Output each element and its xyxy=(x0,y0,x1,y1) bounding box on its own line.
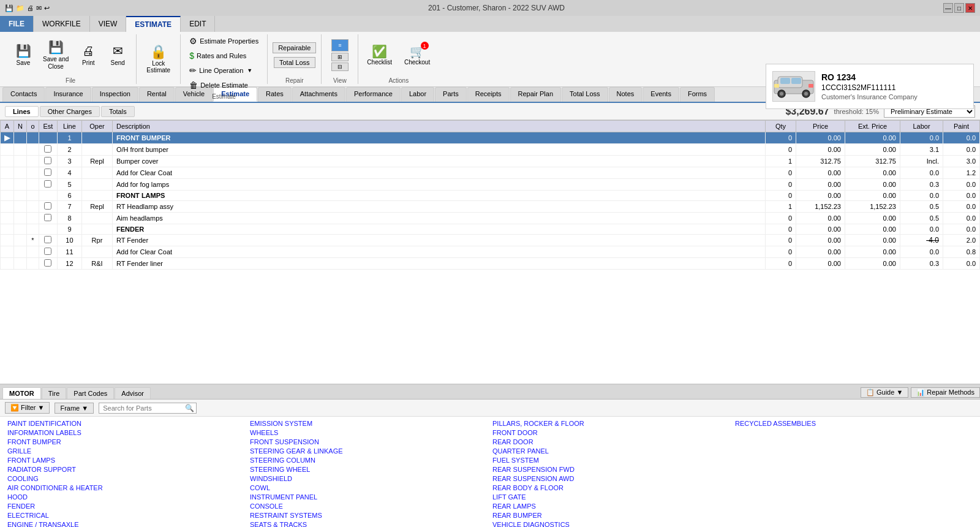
sub-tab-other-charges[interactable]: Other Charges xyxy=(40,106,100,117)
nav-tab-inspection[interactable]: Inspection xyxy=(92,87,138,102)
nav-tab-total-loss[interactable]: Total Loss xyxy=(562,87,608,102)
parts-category[interactable]: REAR SUSPENSION AWD xyxy=(490,474,733,483)
parts-category[interactable]: FENDER xyxy=(5,502,247,510)
col-est-cell[interactable] xyxy=(39,179,57,191)
nav-tab-rates[interactable]: Rates xyxy=(258,87,292,102)
row-checkbox[interactable] xyxy=(44,236,51,243)
nav-tab-notes[interactable]: Notes xyxy=(609,87,643,102)
parts-category[interactable]: AIR CONDITIONER & HEATER xyxy=(5,483,247,492)
col-est-cell[interactable] xyxy=(39,191,57,201)
col-est-cell[interactable] xyxy=(39,213,57,224)
nav-tab-labor[interactable]: Labor xyxy=(401,87,434,102)
table-row[interactable]: 9FENDER00.000.000.00.0 xyxy=(1,224,980,235)
parts-category[interactable]: COWL xyxy=(247,483,490,492)
parts-category[interactable]: FRONT BUMPER xyxy=(5,438,247,446)
row-checkbox[interactable] xyxy=(44,214,51,221)
send-button[interactable]: ✉ Send xyxy=(104,41,131,69)
print-button[interactable]: 🖨 Print xyxy=(75,42,102,69)
col-est-cell[interactable] xyxy=(39,246,57,258)
nav-tab-attachments[interactable]: Attachments xyxy=(292,87,345,102)
parts-category[interactable]: REAR DOOR xyxy=(490,438,733,446)
lock-estimate-button[interactable]: 🔒 LockEstimate xyxy=(141,42,175,76)
motor-tab-motor[interactable]: MOTOR xyxy=(2,387,41,399)
nav-tab-performance[interactable]: Performance xyxy=(346,87,401,102)
parts-category[interactable]: HOOD xyxy=(5,493,247,501)
parts-category[interactable]: RADIATOR SUPPORT xyxy=(5,465,247,474)
restore-button[interactable]: □ xyxy=(954,3,964,13)
checklist-button[interactable]: ✅ Checklist xyxy=(363,42,396,69)
parts-category[interactable]: GRILLE xyxy=(5,447,247,455)
parts-category[interactable]: FRONT LAMPS xyxy=(5,456,247,464)
tab-edit[interactable]: EDIT xyxy=(181,16,215,32)
col-est-cell[interactable] xyxy=(39,235,57,246)
table-row[interactable]: 3ReplBumper cover1312.75312.75Incl.3.0 xyxy=(1,156,980,167)
guide-button[interactable]: 📋 Guide ▼ xyxy=(861,387,908,398)
row-checkbox[interactable] xyxy=(44,202,51,210)
parts-category[interactable]: REAR BUMPER xyxy=(490,511,733,520)
nav-tab-insurance[interactable]: Insurance xyxy=(45,87,91,102)
table-row[interactable]: 6FRONT LAMPS00.000.000.00.0 xyxy=(1,191,980,201)
view-icon-3[interactable]: ⊟ xyxy=(331,63,349,71)
parts-category[interactable]: RESTRAINT SYSTEMS xyxy=(247,511,490,520)
table-row[interactable]: 11Add for Clear Coat00.000.000.00.8 xyxy=(1,246,980,258)
col-est-cell[interactable] xyxy=(39,167,57,179)
minimize-button[interactable]: — xyxy=(943,3,953,13)
tab-file[interactable]: FILE xyxy=(0,16,34,32)
parts-category[interactable]: EMISSION SYSTEM xyxy=(247,419,490,428)
motor-tab-advisor[interactable]: Advisor xyxy=(115,387,151,399)
nav-tab-contacts[interactable]: Contacts xyxy=(2,87,45,102)
checkout-button[interactable]: 🛒 1 Checkout xyxy=(401,42,434,69)
parts-category[interactable]: FRONT SUSPENSION xyxy=(247,438,490,446)
row-checkbox[interactable] xyxy=(44,259,51,267)
parts-category[interactable]: FUEL SYSTEM xyxy=(490,456,733,464)
parts-category[interactable]: QUARTER PANEL xyxy=(490,447,733,455)
nav-tab-receipts[interactable]: Receipts xyxy=(467,87,510,102)
estimate-properties-button[interactable]: ⚙ Estimate Properties xyxy=(186,34,262,48)
col-est-cell[interactable] xyxy=(39,144,57,156)
parts-category[interactable]: RECYCLED ASSEMBLIES xyxy=(733,419,975,428)
repair-methods-button[interactable]: 📊 Repair Methods xyxy=(911,387,980,398)
motor-tab-part-codes[interactable]: Part Codes xyxy=(67,387,114,399)
table-row[interactable]: 8Aim headlamps00.000.000.50.0 xyxy=(1,213,980,224)
parts-category[interactable]: REAR LAMPS xyxy=(490,502,733,510)
close-button[interactable]: ✕ xyxy=(965,3,975,13)
parts-category[interactable]: CONSOLE xyxy=(247,502,490,510)
col-est-cell[interactable] xyxy=(39,201,57,213)
row-checkbox[interactable] xyxy=(44,180,51,188)
nav-tab-rental[interactable]: Rental xyxy=(139,87,175,102)
repairable-toggle[interactable]: Repairable xyxy=(273,42,316,53)
col-est-cell[interactable] xyxy=(39,156,57,167)
nav-tab-events[interactable]: Events xyxy=(643,87,679,102)
table-row[interactable]: 5Add for fog lamps00.000.000.30.0 xyxy=(1,179,980,191)
parts-category[interactable]: VEHICLE DIAGNOSTICS xyxy=(490,520,733,527)
sub-tab-lines[interactable]: Lines xyxy=(5,106,39,117)
parts-category[interactable]: INFORMATION LABELS xyxy=(5,428,247,437)
row-checkbox[interactable] xyxy=(44,157,51,164)
filter-button[interactable]: 🔽 Filter ▼ xyxy=(5,402,50,414)
save-close-button[interactable]: 💾 Save andClose xyxy=(39,37,72,73)
parts-category[interactable]: WINDSHIELD xyxy=(247,474,490,483)
table-row[interactable]: 7ReplRT Headlamp assy11,152.231,152.230.… xyxy=(1,201,980,213)
col-est-cell[interactable] xyxy=(39,258,57,270)
parts-category[interactable]: INSTRUMENT PANEL xyxy=(247,493,490,501)
parts-category[interactable]: LIFT GATE xyxy=(490,493,733,501)
tab-estimate[interactable]: ESTIMATE xyxy=(126,16,181,32)
row-checkbox[interactable] xyxy=(44,169,51,176)
view-icon-2[interactable]: ⊞ xyxy=(331,53,349,61)
search-parts-input[interactable] xyxy=(99,403,197,414)
parts-category[interactable]: PAINT IDENTIFICATION xyxy=(5,419,247,428)
parts-category[interactable]: PILLARS, ROCKER & FLOOR xyxy=(490,419,733,428)
row-checkbox[interactable] xyxy=(44,248,51,255)
table-row[interactable]: *10RprRT Fender00.000.00-4.02.0 xyxy=(1,235,980,246)
parts-category[interactable]: STEERING GEAR & LINKAGE xyxy=(247,447,490,455)
table-row[interactable]: ▶1FRONT BUMPER00.000.000.00.0 xyxy=(1,132,980,144)
table-row[interactable]: 4Add for Clear Coat00.000.000.01.2 xyxy=(1,167,980,179)
save-button[interactable]: 💾 Save xyxy=(10,41,37,69)
total-loss-toggle[interactable]: Total Loss xyxy=(274,57,315,68)
parts-category[interactable]: WHEELS xyxy=(247,428,490,437)
parts-category[interactable]: ELECTRICAL xyxy=(5,511,247,520)
line-operation-button[interactable]: ✏ Line Operation ▼ xyxy=(186,64,256,77)
view-icon-1[interactable]: ≡ xyxy=(331,39,349,51)
delete-estimate-button[interactable]: 🗑 Delete Estimate xyxy=(186,78,252,92)
nav-tab-repair-plan[interactable]: Repair Plan xyxy=(510,87,561,102)
